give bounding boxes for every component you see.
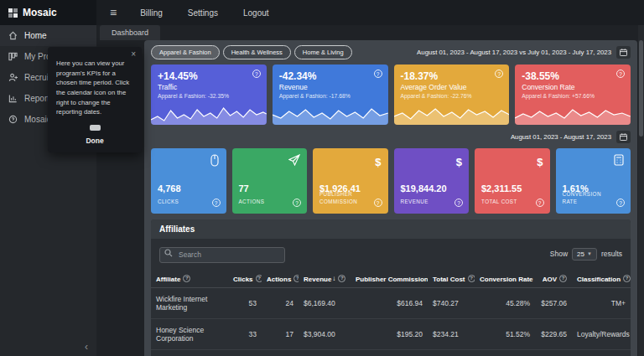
cell-clicks: 4,114: [228, 350, 262, 356]
cell-actions: 24: [262, 288, 299, 319]
cell-classification: Loyalty/Rewards: [572, 319, 631, 350]
column-header-clicks[interactable]: Clicks?: [228, 270, 262, 288]
help-icon[interactable]: ?: [293, 275, 299, 282]
calculator-icon: [614, 154, 624, 166]
metric-card-clicks: 4,768 CLICKS ?: [151, 148, 226, 214]
metric-card-revenue: $ $19,844.20 REVENUE ?: [394, 148, 470, 214]
dollar-icon: $: [456, 154, 462, 169]
column-header-total-cost[interactable]: Total Cost?: [428, 270, 475, 288]
help-icon[interactable]: ?: [623, 275, 631, 282]
column-header-revenue[interactable]: Revenue↓?: [299, 270, 351, 288]
column-header-aov[interactable]: AOV?: [535, 270, 572, 288]
home-icon: [8, 31, 18, 40]
hamburger-menu-icon[interactable]: ≡: [110, 6, 117, 19]
help-icon[interactable]: ?: [616, 70, 625, 78]
programs-icon: [8, 52, 18, 61]
chip-home-living[interactable]: Home & Living: [294, 45, 352, 59]
nav-logout[interactable]: Logout: [243, 8, 269, 18]
search-icon: [164, 249, 173, 257]
calendar-button[interactable]: [616, 46, 631, 59]
help-icon[interactable]: ?: [559, 275, 567, 282]
help-icon[interactable]: ?: [616, 199, 625, 207]
brand-logo[interactable]: Mosaic: [0, 0, 96, 25]
metric-value: 4,768: [158, 183, 181, 193]
chip-apparel-fashion[interactable]: Apparel & Fashion: [151, 45, 220, 59]
kpi-subtext: Apparel & Fashion: -17.68%: [279, 93, 382, 99]
show-results: Show 25 ▼ results: [550, 248, 622, 261]
sparkline-chart: [515, 103, 631, 125]
calendar-button[interactable]: [616, 131, 631, 143]
cell-revenue: $6,169.40: [299, 288, 351, 319]
metric-card-total-cost: $ $2,311.55 TOTAL COST ?: [475, 148, 550, 214]
cell-total-cost: $493.89: [428, 350, 475, 356]
column-header-actions[interactable]: Actions?: [262, 270, 299, 288]
tooltip-text: Here you can view your program's KPIs fo…: [56, 59, 133, 117]
brand-name: Mosaic: [23, 7, 57, 18]
sparkline-chart: [273, 103, 388, 125]
close-icon[interactable]: ×: [131, 49, 136, 59]
help-icon[interactable]: ?: [183, 275, 190, 282]
column-header-classification[interactable]: Classification?: [572, 270, 631, 288]
help-icon[interactable]: ?: [374, 70, 382, 78]
nav-settings[interactable]: Settings: [188, 8, 218, 18]
scrollbar-track[interactable]: [638, 25, 644, 356]
help-icon[interactable]: ?: [468, 275, 475, 282]
done-button[interactable]: Done: [56, 137, 133, 145]
cell-affiliate: rewardStyle: [151, 350, 228, 356]
kpi-delta: -18.37%: [401, 70, 503, 82]
metric-label: CLICKS: [158, 199, 208, 206]
affiliates-section: Affiliates Show 25 ▼ results Affiliate? …: [151, 219, 631, 356]
filters-row: Apparel & Fashion Health & Wellness Home…: [144, 40, 637, 62]
column-header-conversion-rate[interactable]: Conversion Rate?: [475, 270, 535, 288]
column-header-affiliate[interactable]: Affiliate?: [151, 270, 228, 288]
help-icon[interactable]: ?: [536, 199, 544, 207]
page-size-dropdown[interactable]: 25 ▼: [572, 248, 597, 261]
cell-conversion-rate: 45.28%: [475, 288, 535, 319]
help-icon[interactable]: ?: [454, 199, 463, 207]
table-row: rewardStyle 4,114 11 $2,743.80 $411.57 $…: [151, 350, 631, 356]
kpi-card-conversion-rate: ? -38.55% Conversion Rate Apparel & Fash…: [515, 64, 631, 125]
tab-dashboard[interactable]: Dashboard: [100, 25, 160, 40]
cell-publisher-commission: $616.94: [351, 288, 428, 319]
nav-billing[interactable]: Billing: [140, 8, 163, 18]
metric-label: PUBLISHER COMMISSION: [319, 191, 370, 206]
reports-icon: [8, 94, 18, 103]
kpi-subtext: Apparel & Fashion: +57.66%: [522, 93, 624, 99]
cell-affiliate: Wickfire Internet Marketing: [151, 288, 228, 319]
top-nav: Billing Settings Logout: [140, 8, 268, 18]
dollar-icon: $: [375, 154, 381, 169]
metric-card-actions: 77 ACTIONS ?: [232, 148, 308, 214]
help-icon[interactable]: ?: [338, 275, 345, 282]
help-icon[interactable]: ?: [212, 199, 221, 207]
kpi-subtext: Apparel & Fashion: -32.35%: [158, 93, 260, 99]
sidebar-item-home[interactable]: Home: [0, 25, 96, 46]
help-icon[interactable]: ?: [293, 199, 301, 207]
scrollbar-thumb[interactable]: [639, 40, 643, 137]
sparkline-chart: [151, 103, 267, 125]
kpi-label: Traffic: [158, 83, 260, 91]
cell-classification: TM+: [572, 288, 631, 319]
tab-bar: Dashboard: [96, 25, 644, 40]
table-row: Wickfire Internet Marketing 53 24 $6,169…: [151, 288, 631, 319]
table-header-row: Affiliate? Clicks? Actions? Revenue↓? Pu…: [151, 270, 631, 288]
mosaic-logo-icon: [8, 8, 18, 18]
dashboard-panel: Apparel & Fashion Health & Wellness Home…: [144, 40, 637, 356]
help-icon[interactable]: ?: [252, 70, 261, 78]
affiliates-title: Affiliates: [151, 219, 631, 239]
metric-label: TOTAL COST: [481, 199, 532, 206]
metric-card-conversion-rate: 1.61% CONVERSION RATE ?: [556, 148, 631, 214]
cell-aov: $249.44: [535, 350, 572, 356]
chip-health-wellness[interactable]: Health & Wellness: [223, 45, 291, 59]
sidebar-item-label: Home: [24, 31, 47, 40]
kpi-card-revenue: ? -42.34% Revenue Apparel & Fashion: -17…: [273, 64, 388, 125]
search-input[interactable]: [159, 247, 285, 263]
category-chips: Apparel & Fashion Health & Wellness Home…: [151, 45, 352, 59]
help-icon[interactable]: ?: [256, 275, 262, 282]
sidebar-collapse-chevron[interactable]: ‹: [85, 341, 88, 353]
cell-affiliate: Honey Science Corporation: [151, 319, 228, 350]
kpi-card-average-order-value: ? -18.37% Average Order Value Apparel & …: [394, 64, 510, 125]
column-header-publisher-commission[interactable]: Publisher Commission?: [351, 270, 428, 288]
search-box: [159, 245, 285, 263]
help-icon[interactable]: ?: [374, 199, 382, 207]
dollar-icon: $: [537, 154, 543, 169]
